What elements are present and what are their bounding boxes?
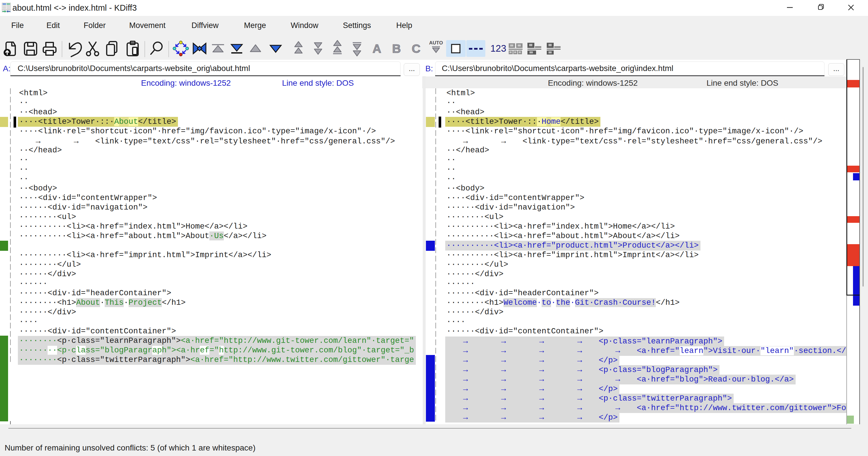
svg-text:C: C <box>412 42 421 55</box>
svg-text:A: A <box>373 42 381 55</box>
svg-text:AUTO: AUTO <box>429 40 443 46</box>
svg-text:B: B <box>392 42 401 55</box>
svg-text:123: 123 <box>490 43 506 54</box>
